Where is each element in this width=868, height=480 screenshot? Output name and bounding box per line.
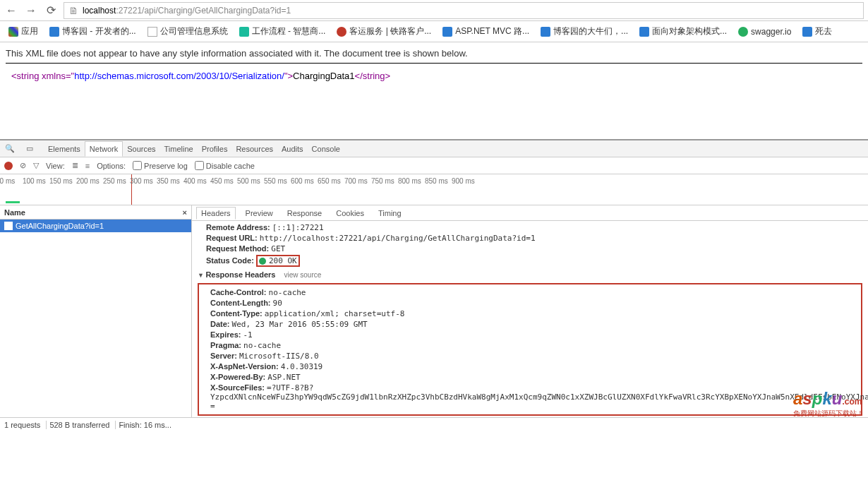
bookmark-item[interactable]: swagger.io [734,25,795,38]
favicon-icon [541,27,550,37]
favicon-icon [49,27,59,37]
view-small-icon[interactable]: ≡ [85,162,90,170]
remote-address-key: Remote Address: [206,223,270,232]
reload-icon[interactable]: ⟳ [44,4,58,18]
request-details-pane: HeadersPreviewResponseCookiesTiming Remo… [192,205,868,417]
bookmark-item[interactable]: 客运服务 | 铁路客户... [332,24,435,39]
devtools-tab-timeline[interactable]: Timeline [160,142,198,156]
response-header-row: Cache-Control: no-cache [202,287,858,298]
favicon-icon [802,27,812,37]
response-header-row: X-AspNet-Version: 4.0.30319 [202,361,858,372]
page-content: This XML file does not appear to have an… [0,42,868,90]
timeline-request-bar [6,201,20,203]
status-finish: Finish: 16 ms... [119,421,171,429]
response-header-row: X-SourceFiles: =?UTF-8?B?YzpcdXNlcnNceWF… [202,383,858,412]
status-transferred: 528 B transferred [49,421,116,429]
request-method-key: Request Method: [206,244,269,253]
favicon-icon [147,27,157,37]
devtools-tab-elements[interactable]: Elements [44,142,85,156]
back-icon[interactable]: ← [4,4,18,18]
bookmark-item[interactable]: ASP.NET MVC 路... [438,24,534,39]
network-timeline[interactable]: 50 ms100 ms150 ms200 ms250 ms300 ms350 m… [0,174,868,205]
bookmarks-bar: 应用博客园 - 开发者的...公司管理信息系统工作流程 - 智慧商...客运服务… [0,21,868,42]
xml-tree: <string xmlns="http://schemas.microsoft.… [6,71,862,81]
view-label: View: [46,162,65,170]
forward-icon[interactable]: → [24,4,38,18]
favicon-icon [639,27,649,37]
url-bar[interactable]: 🗎 localhost:27221/api/Charging/GetAllCha… [64,2,864,19]
favicon-icon [239,27,249,37]
details-tab-headers[interactable]: Headers [196,207,236,220]
request-row[interactable]: GetAllChargingData?id=1 [0,220,191,232]
page-icon: 🗎 [68,5,78,16]
response-header-row: Date: Wed, 23 Mar 2016 05:55:09 GMT [202,319,858,330]
name-column-header[interactable]: Name [4,208,25,217]
bookmark-item[interactable]: 应用 [4,24,42,39]
close-icon[interactable]: × [183,208,187,217]
preserve-log-checkbox[interactable]: Preserve log [133,161,188,170]
devtools-tab-sources[interactable]: Sources [123,142,159,156]
browser-toolbar: ← → ⟳ 🗎 localhost:27221/api/Charging/Get… [0,0,868,21]
network-toolbar: ⊘ ▽ View: ≣ ≡ Options: Preserve log Disa… [0,157,868,174]
status-dot-icon [259,258,266,265]
bookmark-item[interactable]: 博客园 - 开发者的... [45,24,140,39]
disable-cache-checkbox[interactable]: Disable cache [195,161,255,170]
record-icon[interactable] [4,162,13,170]
devtools-tab-console[interactable]: Console [308,142,344,156]
response-headers-highlight: Cache-Control: no-cacheContent-Length: 9… [198,283,862,416]
favicon-icon [337,27,346,37]
details-tab-preview[interactable]: Preview [241,208,277,219]
view-large-icon[interactable]: ≣ [72,161,78,170]
inspect-icon[interactable]: 🔍 [4,144,16,153]
clear-icon[interactable]: ⊘ [20,161,26,170]
bookmark-item[interactable]: 面向对象架构模式... [635,24,731,39]
status-requests: 1 requests [4,421,47,429]
devtools-panel: 🔍 ▭ ElementsNetworkSourcesTimelineProfil… [0,139,868,431]
devtools-tabbar: 🔍 ▭ ElementsNetworkSourcesTimelineProfil… [0,140,868,157]
response-header-row: Content-Length: 90 [202,298,858,308]
response-header-row: X-Powered-By: ASP.NET [202,372,858,383]
status-code-key: Status Code: [206,256,254,265]
response-header-row: Content-Type: application/xml; charset=u… [202,308,858,319]
request-list-pane: Name × GetAllChargingData?id=1 [0,205,192,417]
device-icon[interactable]: ▭ [24,144,35,153]
bookmark-item[interactable]: 死去 [798,24,836,39]
details-tab-response[interactable]: Response [283,208,327,219]
bookmark-item[interactable]: 工作流程 - 智慧商... [235,24,330,39]
favicon-icon [442,27,452,37]
devtools-tab-audits[interactable]: Audits [277,142,308,156]
favicon-icon [738,27,748,37]
file-icon [4,222,13,230]
devtools-tab-network[interactable]: Network [85,141,123,157]
response-header-row: Expires: -1 [202,330,858,340]
details-tab-timing[interactable]: Timing [374,208,406,219]
details-tab-cookies[interactable]: Cookies [332,208,368,219]
filter-icon[interactable]: ▽ [33,161,39,170]
watermark: aspku.com 免费网站源码下载站！ [793,389,864,419]
bookmark-item[interactable]: 博客园的大牛们，... [536,24,632,39]
url-host: localhost [83,6,116,16]
bookmark-item[interactable]: 公司管理信息系统 [143,24,232,39]
status-code-highlight: 200 OK [256,255,300,267]
favicon-icon [8,27,18,37]
devtools-tab-profiles[interactable]: Profiles [198,142,232,156]
options-label: Options: [97,162,126,170]
view-source-link[interactable]: view source [284,271,321,279]
response-header-row: Server: Microsoft-IIS/8.0 [202,351,858,361]
devtools-statusbar: 1 requests 528 B transferred Finish: 16 … [0,417,868,431]
response-header-row: Pragma: no-cache [202,340,858,351]
response-headers-section[interactable]: Response Headersview source [198,268,862,282]
devtools-tab-resources[interactable]: Resources [231,142,277,156]
details-tabbar: HeadersPreviewResponseCookiesTiming [192,205,868,221]
xml-info-message: This XML file does not appear to have an… [6,48,862,64]
request-url-key: Request URL: [206,234,258,242]
